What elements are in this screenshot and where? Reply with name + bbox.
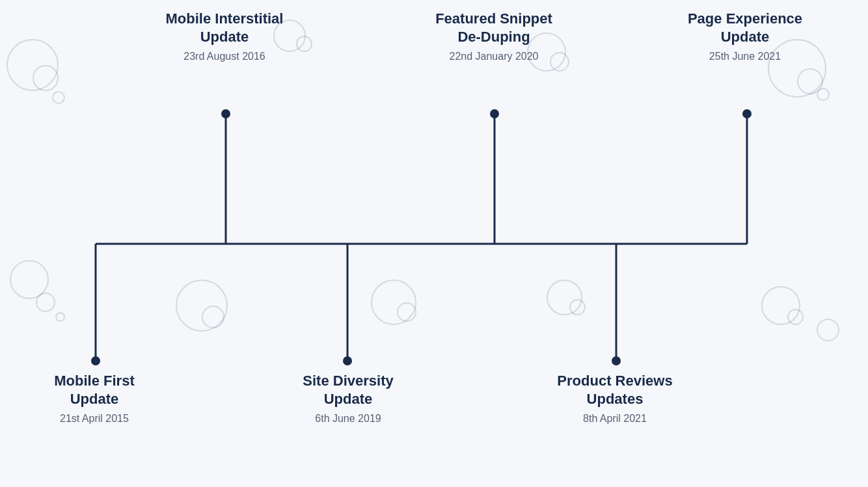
site-diversity-date: 6th June 2019: [254, 413, 442, 425]
svg-point-6: [742, 109, 752, 118]
page-container: Mobile Interstitial Update 23rd August 2…: [0, 0, 868, 487]
page-experience-title: Page Experience Update: [651, 10, 839, 46]
product-reviews-label: Product Reviews Updates 8th April 2021: [521, 372, 709, 425]
featured-snippet-date: 22nd January 2020: [400, 51, 588, 62]
mobile-first-label: Mobile First Update 21st April 2015: [13, 372, 176, 425]
svg-point-8: [91, 356, 100, 365]
featured-snippet-title: Featured Snippet De-Duping: [400, 10, 588, 46]
mobile-interstitial-label: Mobile Interstitial Update 23rd August 2…: [130, 10, 319, 62]
product-reviews-title: Product Reviews Updates: [521, 372, 709, 408]
site-diversity-label: Site Diversity Update 6th June 2019: [254, 372, 442, 425]
mobile-interstitial-date: 23rd August 2016: [130, 51, 319, 62]
page-experience-label: Page Experience Update 25th June 2021: [651, 10, 839, 62]
svg-point-4: [490, 109, 499, 118]
svg-point-10: [343, 356, 352, 365]
mobile-first-title: Mobile First Update: [13, 372, 176, 408]
featured-snippet-label: Featured Snippet De-Duping 22nd January …: [400, 10, 588, 62]
mobile-interstitial-title: Mobile Interstitial Update: [130, 10, 319, 46]
site-diversity-title: Site Diversity Update: [254, 372, 442, 408]
svg-point-12: [612, 356, 621, 365]
svg-point-2: [221, 109, 230, 118]
page-experience-date: 25th June 2021: [651, 51, 839, 62]
mobile-first-date: 21st April 2015: [13, 413, 176, 425]
product-reviews-date: 8th April 2021: [521, 413, 709, 425]
